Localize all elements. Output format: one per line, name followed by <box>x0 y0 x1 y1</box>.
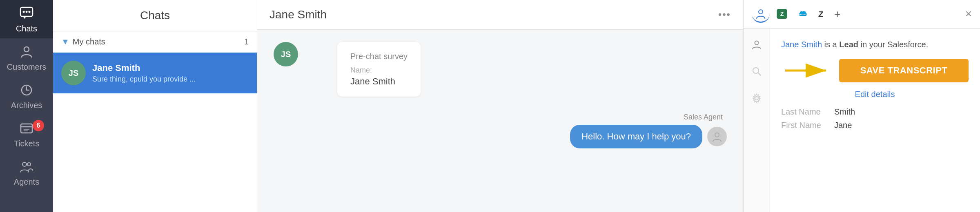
sidebar-person-icon[interactable] <box>749 37 764 52</box>
sidebar-item-agents[interactable]: Agents <box>0 153 53 192</box>
svg-point-13 <box>759 10 763 14</box>
survey-name-label: Name: <box>350 66 408 75</box>
tab-salesforce[interactable]: salesforce <box>793 5 811 23</box>
sidebar-item-label-agents: Agents <box>14 177 39 187</box>
chat-main: Jane Smith ••• JS Pre-chat survey Name: … <box>257 0 743 212</box>
lastname-value: Smith <box>834 107 855 117</box>
chats-panel-header: Chats <box>53 0 257 31</box>
svg-point-18 <box>755 41 758 45</box>
my-chats-bar[interactable]: ▼ My chats 1 <box>53 31 257 53</box>
right-panel-content: Jane Smith is a Lead in your Salesforce.… <box>770 29 980 212</box>
chats-panel-title: Chats <box>140 9 170 22</box>
svg-point-3 <box>29 11 31 13</box>
svg-text:Z: Z <box>780 11 784 17</box>
chat-list-item[interactable]: JS Jane Smith Sure thing, cpuld you prov… <box>53 53 257 93</box>
right-panel-sidebar <box>744 29 770 212</box>
salesforce-info-end: in your Salesforce. <box>858 40 928 49</box>
field-row-lastname: Last Name Smith <box>781 107 969 117</box>
svg-point-12 <box>715 133 719 137</box>
survey-name-value: Jane Smith <box>350 76 408 87</box>
chat-item-info: Jane Smith Sure thing, cpuld you provide… <box>92 63 196 84</box>
svg-line-20 <box>758 73 761 75</box>
save-transcript-button[interactable]: SAVE TRANSCRIPT <box>839 59 969 82</box>
sidebar-item-label-tickets: Tickets <box>14 139 40 148</box>
chevron-icon: ▼ <box>61 37 69 46</box>
close-panel-icon[interactable]: × <box>965 7 972 20</box>
sales-agent-label: Sales Agent <box>684 113 723 121</box>
svg-point-4 <box>24 47 29 52</box>
my-chats-label: My chats <box>73 37 105 46</box>
contact-fields: Last Name Smith First Name Jane <box>781 107 969 130</box>
chat-item-avatar: JS <box>61 61 86 85</box>
tickets-badge: 6 <box>33 120 44 131</box>
agent-avatar <box>707 127 727 146</box>
contact-name-link[interactable]: Jane Smith <box>781 40 822 49</box>
field-row-firstname: First Name Jane <box>781 121 969 130</box>
svg-point-21 <box>755 97 758 100</box>
sidebar-item-label-chats: Chats <box>16 24 37 33</box>
arrow-indicator <box>781 62 834 80</box>
ticket-icon <box>20 121 33 137</box>
survey-bubble: Pre-chat survey Name: Jane Smith <box>337 42 421 97</box>
sidebar: Chats Customers Archives 6 <box>0 0 53 212</box>
agents-icon <box>20 160 33 176</box>
chat-main-title: Jane Smith <box>270 8 327 21</box>
sidebar-search-icon[interactable] <box>749 64 764 79</box>
svg-text:salesforce: salesforce <box>797 13 808 15</box>
survey-row: JS Pre-chat survey Name: Jane Smith <box>274 42 727 97</box>
my-chats-count: 1 <box>244 37 249 46</box>
chat-main-header: Jane Smith ••• <box>257 0 743 30</box>
chat-icon <box>20 7 33 22</box>
lead-badge: Lead <box>839 40 858 49</box>
svg-rect-6 <box>21 124 32 133</box>
svg-point-10 <box>22 162 27 166</box>
agent-bubble: Hello. How may I help you? <box>570 125 702 148</box>
salesforce-info-middle: is a <box>822 40 839 49</box>
firstname-label: First Name <box>781 121 834 130</box>
svg-text:Z: Z <box>818 9 824 19</box>
sidebar-item-label-customers: Customers <box>7 62 47 72</box>
sidebar-item-archives[interactable]: Archives <box>0 77 53 115</box>
visitor-avatar: JS <box>274 42 298 66</box>
sidebar-settings-icon[interactable] <box>749 91 764 106</box>
sidebar-item-label-archives: Archives <box>11 101 42 110</box>
chats-panel: Chats ▼ My chats 1 JS Jane Smith Sure th… <box>53 0 257 212</box>
chat-body: JS Pre-chat survey Name: Jane Smith Sale… <box>257 30 743 212</box>
right-panel: Z salesforce Z + × <box>743 0 980 212</box>
more-options-icon[interactable]: ••• <box>718 9 731 20</box>
tab-person[interactable] <box>752 5 770 23</box>
sidebar-item-chats[interactable]: Chats <box>0 0 53 38</box>
right-panel-tabs: Z salesforce Z + × <box>744 0 980 29</box>
svg-point-11 <box>27 163 31 166</box>
chat-item-name: Jane Smith <box>92 63 196 73</box>
salesforce-info: Jane Smith is a Lead in your Salesforce. <box>781 38 969 51</box>
svg-point-1 <box>23 11 25 13</box>
firstname-value: Jane <box>834 121 852 130</box>
sidebar-item-tickets[interactable]: 6 Tickets <box>0 115 53 153</box>
agent-message-row: Hello. How may I help you? <box>570 125 727 148</box>
edit-details-link[interactable]: Edit details <box>781 90 969 99</box>
tab-brand-green[interactable]: Z <box>773 5 791 23</box>
sales-agent-section: Sales Agent Hello. How may I help you? <box>274 113 727 148</box>
person-icon <box>20 45 33 61</box>
add-integration-icon[interactable]: + <box>834 8 840 20</box>
lastname-label: Last Name <box>781 107 834 117</box>
tab-zendesk[interactable]: Z <box>814 5 832 23</box>
right-panel-body: Jane Smith is a Lead in your Salesforce.… <box>744 29 980 212</box>
sidebar-item-customers[interactable]: Customers <box>0 38 53 77</box>
save-transcript-row: SAVE TRANSCRIPT <box>781 59 969 82</box>
clock-icon <box>20 83 33 99</box>
chat-item-preview: Sure thing, cpuld you provide ... <box>92 75 196 84</box>
svg-point-2 <box>26 11 28 13</box>
survey-title: Pre-chat survey <box>350 52 408 61</box>
